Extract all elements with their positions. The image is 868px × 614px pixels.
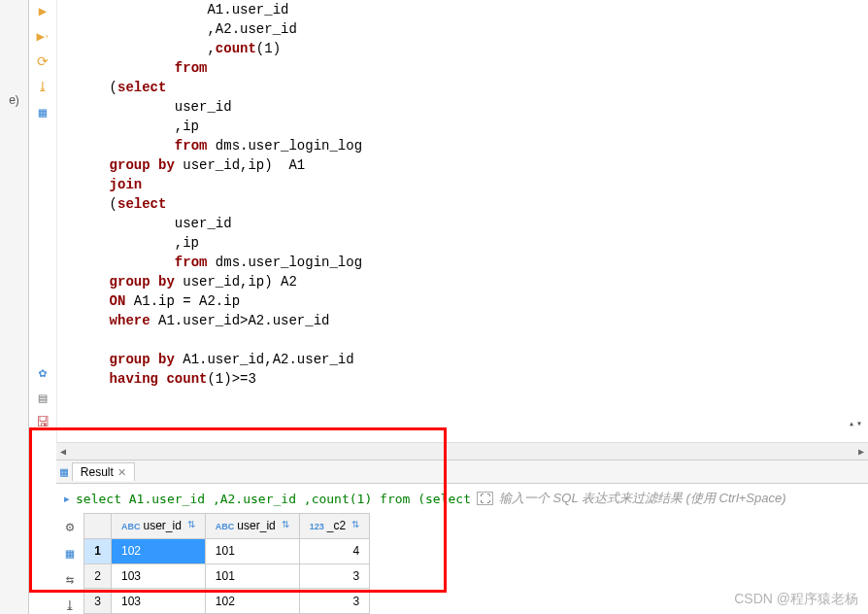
- collapse-up-icon[interactable]: ▴: [849, 418, 854, 429]
- scroll-right-icon[interactable]: ▶: [858, 446, 864, 458]
- cell[interactable]: 101: [205, 538, 299, 563]
- editor-hscroll[interactable]: ◀ ▶: [56, 442, 868, 460]
- grid-icon[interactable]: ▦: [34, 103, 51, 120]
- row-number[interactable]: 1: [84, 538, 112, 563]
- run-icon[interactable]: ▶: [34, 2, 51, 19]
- filter-input[interactable]: 输入一个 SQL 表达式来过滤结果 (使用 Ctrl+Space): [499, 490, 860, 507]
- sidebar-label: e): [9, 93, 19, 107]
- result-tabs: ▦ Result ✕: [56, 460, 868, 484]
- refresh-icon[interactable]: ⟳: [34, 52, 51, 70]
- cell[interactable]: 103: [112, 563, 206, 589]
- cell[interactable]: 3: [299, 563, 369, 589]
- tab-result[interactable]: Result ✕: [72, 462, 135, 481]
- table-row[interactable]: 21031013: [84, 563, 370, 589]
- cell[interactable]: 103: [112, 589, 206, 614]
- tab-result-label: Result: [81, 465, 114, 479]
- run-step-icon[interactable]: ▶›: [34, 27, 51, 45]
- panel-collapse-controls: ▴ ▾: [849, 418, 862, 429]
- page-icon[interactable]: ▤: [34, 389, 51, 406]
- query-arrow-icon[interactable]: ▸: [64, 493, 70, 505]
- toolbar-strip: ▶ ▶› ⟳ ⤓ ▦ ✿ ▤ 🖫: [29, 0, 56, 614]
- expand-icon[interactable]: ⛶: [477, 492, 493, 505]
- grid-nav-icon[interactable]: ⇆: [66, 571, 74, 588]
- close-icon[interactable]: ✕: [117, 466, 126, 479]
- export-icon[interactable]: ⤓: [34, 78, 51, 95]
- grid-toolbar: ⚙ ▦ ⇆ ⤓: [56, 513, 83, 614]
- watermark: CSDN @程序猿老杨: [734, 591, 858, 608]
- save-icon[interactable]: 🖫: [34, 414, 51, 431]
- column-header[interactable]: 123_c2⇅: [299, 514, 369, 539]
- cell[interactable]: 102: [205, 589, 299, 614]
- column-header[interactable]: ABCuser_id⇅: [205, 514, 299, 539]
- table-row[interactable]: 31031023: [84, 589, 370, 614]
- grid-view-icon[interactable]: ▦: [66, 545, 74, 562]
- grid-context-icon[interactable]: ⚙: [66, 519, 74, 535]
- cell[interactable]: 101: [205, 563, 299, 589]
- app-root: e) ▶ ▶› ⟳ ⤓ ▦ ✿ ▤ 🖫 A1.user_id ,A2.user_…: [0, 0, 868, 614]
- main-area: A1.user_id ,A2.user_id ,count(1) from (s…: [56, 0, 868, 614]
- row-number[interactable]: 2: [84, 563, 112, 589]
- cell[interactable]: 4: [299, 538, 369, 563]
- cell[interactable]: 102: [112, 538, 206, 563]
- result-grid[interactable]: ABCuser_id⇅ABCuser_id⇅123_c2⇅11021014210…: [83, 513, 370, 614]
- sql-editor[interactable]: A1.user_id ,A2.user_id ,count(1) from (s…: [56, 0, 868, 442]
- query-bar: ▸ select A1.user_id ,A2.user_id ,count(1…: [56, 484, 868, 513]
- settings-icon[interactable]: ✿: [34, 363, 51, 381]
- query-preview-text: select A1.user_id ,A2.user_id ,count(1) …: [76, 492, 471, 506]
- row-number[interactable]: 3: [84, 589, 112, 614]
- table-row[interactable]: 11021014: [84, 538, 370, 563]
- column-header[interactable]: ABCuser_id⇅: [112, 514, 206, 539]
- cell[interactable]: 3: [299, 589, 369, 614]
- scroll-left-icon[interactable]: ◀: [60, 446, 66, 458]
- result-grid-icon: ▦: [60, 464, 68, 480]
- left-sidebar: e): [0, 0, 29, 614]
- collapse-down-icon[interactable]: ▾: [856, 418, 862, 429]
- grid-export-icon[interactable]: ⤓: [64, 597, 76, 614]
